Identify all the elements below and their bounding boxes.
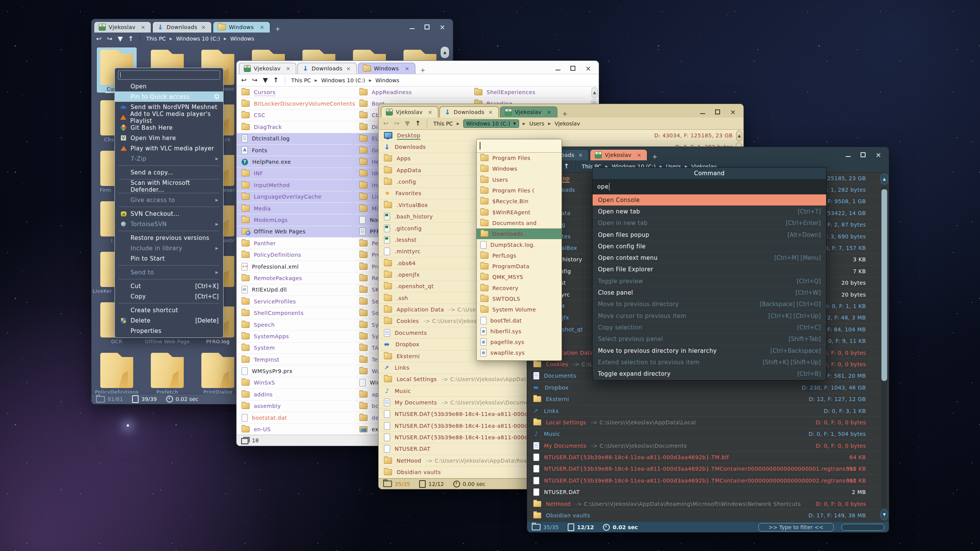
- menu-item-copy[interactable]: Copy[Ctrl+C]: [115, 291, 223, 302]
- menu-item-open[interactable]: Open: [115, 81, 223, 91]
- dropdown-item[interactable]: bootTel.dat: [477, 315, 562, 326]
- breadcrumb-segment[interactable]: Windows 10 (C:): [321, 77, 365, 83]
- file-row[interactable]: Panther: [237, 238, 352, 249]
- file-row[interactable]: assembly: [237, 401, 352, 412]
- file-row[interactable]: LinksD: 0, F: 3, 1 KB: [527, 405, 879, 417]
- close-button[interactable]: ×: [875, 152, 881, 157]
- command-item-toggle-preview[interactable]: Toggle preview[Ctrl+Q]: [593, 276, 826, 287]
- file-row[interactable]: ShellComponents: [237, 307, 352, 319]
- file-row[interactable]: NetHood-> C:\Users\Vjekoslav\AppData\Roa…: [527, 498, 879, 510]
- minimize-button[interactable]: [555, 66, 560, 71]
- tab-windows[interactable]: Windows×: [358, 63, 415, 74]
- file-row[interactable]: HelpPane.exe: [237, 156, 352, 168]
- dropdown-item[interactable]: QMK_MSYS: [477, 272, 562, 282]
- file-row[interactable]: DiagTrack: [237, 121, 352, 133]
- file-row[interactable]: ShellExperiences: [469, 86, 585, 98]
- file-row[interactable]: DropboxD: 230, F: 1043, 46 GB: [527, 382, 879, 393]
- file-row[interactable]: addins: [237, 389, 352, 400]
- file-row[interactable]: My Documents-> C:\Users\Vjekoslav\Docume…: [527, 440, 879, 452]
- close-button[interactable]: ×: [730, 109, 736, 114]
- breadcrumb-segment[interactable]: Vjekoslav: [555, 121, 580, 127]
- up-button[interactable]: ↑: [273, 77, 279, 83]
- minimize-button[interactable]: [846, 152, 851, 157]
- file-row[interactable]: AppReadiness: [354, 86, 470, 98]
- dropdown-item[interactable]: SWTOOLS: [477, 293, 562, 304]
- up-button[interactable]: ↑: [128, 36, 134, 42]
- file-row[interactable]: NTUSER.DAT2 MB: [527, 487, 879, 498]
- dropdown-item[interactable]: Downloads: [477, 228, 562, 239]
- command-item-move-cursor-to-previous-item[interactable]: Move cursor to previous item[Ctrl+K] [Ct…: [593, 310, 826, 322]
- tab-close-icon[interactable]: ×: [546, 109, 552, 115]
- file-row[interactable]: Professional.xml: [237, 261, 352, 272]
- file-row[interactable]: TempInst: [237, 354, 352, 365]
- menu-item-scan-with-microsoft-defender-[interactable]: Scan with Microsoft Defender...: [115, 181, 223, 191]
- command-item-copy-selection[interactable]: Copy selection[Ctrl+C]: [593, 322, 826, 333]
- dropdown-item[interactable]: Recovery: [477, 283, 562, 293]
- dropdown-item[interactable]: Documents and: [477, 218, 562, 228]
- menu-item-delete[interactable]: Delete[Delete]: [115, 315, 223, 326]
- history-dropdown-button[interactable]: ▼: [118, 36, 123, 42]
- dropdown-item[interactable]: hiberfil.sys: [477, 326, 562, 337]
- file-row[interactable]: MusicD: 0, F: 1, 504 bytes: [527, 429, 879, 440]
- file-row[interactable]: NTUSER.DAT{53b39e88-18c4-11ea-a811-000d3…: [527, 452, 879, 463]
- scroll-up-icon[interactable]: ▲: [736, 130, 742, 141]
- forward-button[interactable]: ↪: [394, 120, 399, 127]
- minimize-button[interactable]: [700, 109, 705, 114]
- command-item-move-to-previous-directory[interactable]: Move to previous directory[Backspace] [C…: [593, 299, 826, 310]
- dropdown-item[interactable]: ProgramData: [477, 261, 562, 272]
- breadcrumb-segment[interactable]: This PC: [433, 121, 453, 127]
- file-row[interactable]: Cursors: [237, 86, 352, 98]
- file-row[interactable]: RtlExUpd.dll: [237, 284, 352, 296]
- dropdown-filter-input[interactable]: [477, 139, 562, 153]
- back-button[interactable]: ↩: [96, 36, 101, 42]
- command-item-move-to-previous-directory-in-hierarchy[interactable]: Move to previous directory in hierarchy[…: [593, 345, 826, 357]
- file-row[interactable]: BitLockerDiscoveryVolumeContents: [237, 98, 352, 109]
- dropdown-item[interactable]: DumpStack.log.: [477, 239, 562, 250]
- file-row[interactable]: Speech: [237, 319, 352, 331]
- back-button[interactable]: ↩: [383, 120, 389, 127]
- file-icon-cell[interactable]: [198, 350, 238, 394]
- dropdown-item[interactable]: System Volume: [477, 304, 562, 315]
- file-row[interactable]: LanguageOverlayCache: [237, 191, 352, 203]
- type-to-filter-button[interactable]: >> Type to filter <<: [758, 523, 834, 531]
- dropdown-item[interactable]: Program Files (: [477, 185, 562, 196]
- command-item-open-context-menu[interactable]: Open context menu[Ctrl+M] [Menu]: [593, 252, 826, 264]
- file-row[interactable]: DtcInstall.log: [237, 133, 352, 145]
- menu-item-pin-to-start[interactable]: Pin to Start: [115, 253, 223, 264]
- menu-item-send-to[interactable]: Send to▶: [115, 267, 223, 277]
- breadcrumb-segment[interactable]: Windows: [230, 36, 255, 42]
- breadcrumb-segment-highlighted[interactable]: Windows 10 (C:)▼: [463, 119, 519, 128]
- menu-item-cut[interactable]: Cut[Ctrl+X]: [115, 281, 223, 291]
- tab-close-icon[interactable]: ×: [140, 24, 146, 30]
- menu-item-properties[interactable]: Properties: [115, 326, 223, 336]
- breadcrumb-segment[interactable]: Windows 10 (C:): [176, 36, 220, 42]
- file-icon-cell[interactable]: [97, 350, 137, 394]
- tab-vjekoslav[interactable]: Vjekoslav×: [94, 21, 151, 33]
- menu-item-restore-previous-versions[interactable]: Restore previous versions: [115, 233, 223, 243]
- scroll-thumb[interactable]: [881, 189, 887, 381]
- file-row[interactable]: CSC: [237, 110, 352, 121]
- command-item-open-config-file[interactable]: Open config file: [593, 241, 826, 252]
- menu-item-create-shortcut[interactable]: Create shortcut: [115, 305, 223, 315]
- menu-item-7-zip[interactable]: 7-Zip▶: [115, 153, 223, 164]
- forward-button[interactable]: ↪: [252, 77, 257, 83]
- command-item-open-files-popup[interactable]: Open files popup[Alt+Down]: [593, 229, 826, 241]
- file-row[interactable]: INF: [237, 168, 352, 179]
- breadcrumb-segment[interactable]: Users: [529, 121, 544, 127]
- tab-vjekoslav[interactable]: Vjekoslav×: [500, 106, 557, 117]
- tab-downloads[interactable]: Downloads×: [152, 21, 212, 33]
- tab-close-icon[interactable]: ×: [427, 109, 433, 115]
- tab-vjekoslav[interactable]: Vjekoslav×: [590, 149, 647, 160]
- maximize-button[interactable]: [570, 66, 575, 71]
- file-row[interactable]: PolicyDefinitions: [237, 249, 352, 261]
- file-row[interactable]: en-US: [237, 424, 352, 435]
- dropdown-item[interactable]: pagefile.sys: [477, 337, 562, 347]
- new-tab-button[interactable]: +: [271, 25, 284, 33]
- dropdown-item[interactable]: swapfile.sys: [477, 347, 562, 358]
- file-row[interactable]: bootstat.dat: [237, 412, 352, 424]
- dropdown-item[interactable]: $Recycle.Bin: [477, 196, 562, 207]
- dropdown-item[interactable]: Windows: [477, 163, 562, 174]
- breadcrumb-segment[interactable]: This PC: [291, 77, 311, 83]
- menu-item-include-in-library[interactable]: Include in library▶: [115, 243, 223, 253]
- command-item-open-in-new-tab[interactable]: Open in new tab[Ctrl+Enter]: [593, 218, 826, 229]
